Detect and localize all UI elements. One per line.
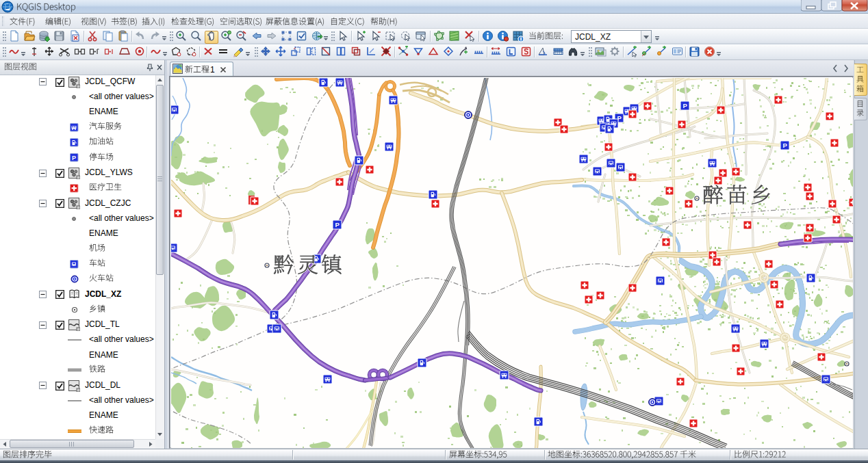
svg-text:P: P — [782, 142, 787, 149]
svg-text:P: P — [682, 102, 687, 109]
svg-text:P: P — [72, 155, 76, 161]
svg-text:P: P — [335, 221, 340, 228]
